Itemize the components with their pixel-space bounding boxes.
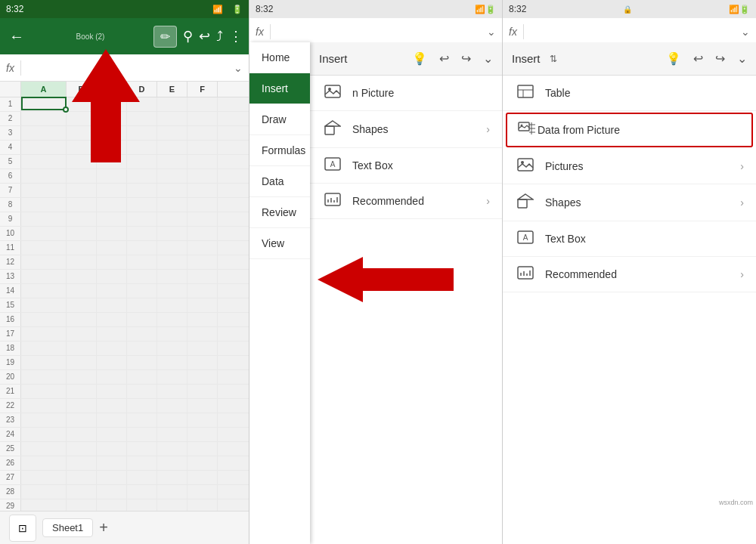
dropdown-icon-2[interactable]: ⌄ — [483, 51, 493, 66]
cell[interactable] — [127, 428, 157, 441]
cell[interactable] — [97, 255, 127, 269]
cell[interactable] — [67, 342, 97, 355]
cell[interactable] — [127, 97, 157, 111]
cell[interactable] — [97, 399, 127, 413]
cell[interactable] — [127, 399, 157, 413]
cell[interactable] — [157, 97, 187, 111]
cell[interactable] — [21, 298, 67, 312]
cell[interactable] — [97, 456, 127, 470]
lightbulb-icon-3[interactable]: 💡 — [666, 51, 681, 66]
cell[interactable] — [21, 126, 67, 140]
cell[interactable] — [97, 169, 127, 183]
cell[interactable] — [157, 255, 187, 269]
cell[interactable] — [97, 126, 127, 140]
insert-item-textbox[interactable]: A Text Box — [310, 148, 502, 184]
cell[interactable] — [67, 428, 97, 441]
cell[interactable] — [187, 241, 218, 255]
more-button[interactable]: ⋮ — [229, 28, 243, 45]
cell[interactable] — [21, 255, 67, 269]
cell[interactable] — [157, 184, 187, 197]
cell[interactable] — [21, 241, 67, 255]
cell[interactable] — [97, 413, 127, 427]
menu-data[interactable]: Data — [249, 166, 310, 197]
cell[interactable] — [21, 442, 67, 456]
cell[interactable] — [67, 270, 97, 283]
cell[interactable] — [187, 270, 218, 283]
cell[interactable] — [67, 456, 97, 470]
cell[interactable] — [67, 126, 97, 140]
cell[interactable] — [67, 112, 97, 125]
cell[interactable] — [187, 413, 218, 427]
cell[interactable] — [21, 485, 67, 499]
redo-icon-2[interactable]: ↪ — [461, 51, 471, 66]
insert-item-shapes-3[interactable]: Shapes › — [503, 184, 756, 221]
cell[interactable] — [21, 270, 67, 283]
menu-home[interactable]: Home — [249, 42, 310, 73]
cell[interactable] — [97, 112, 127, 125]
cell[interactable] — [127, 456, 157, 470]
cell[interactable] — [157, 270, 187, 283]
cell[interactable] — [187, 284, 218, 298]
col-E[interactable]: E — [157, 82, 187, 97]
lightbulb-icon-2[interactable]: 💡 — [412, 51, 427, 66]
pages-icon[interactable]: ⊡ — [9, 515, 36, 542]
cell[interactable] — [187, 169, 218, 183]
cell[interactable] — [157, 169, 187, 183]
cell[interactable] — [127, 370, 157, 384]
cell[interactable] — [157, 313, 187, 326]
cell[interactable] — [97, 471, 127, 484]
cell[interactable] — [187, 471, 218, 484]
cell[interactable] — [67, 155, 97, 168]
cell[interactable] — [127, 198, 157, 212]
cell[interactable] — [127, 284, 157, 298]
cell[interactable] — [21, 356, 67, 369]
cell[interactable] — [21, 169, 67, 183]
cell[interactable] — [187, 212, 218, 226]
menu-insert[interactable]: Insert — [249, 73, 310, 104]
share-button[interactable]: ⤴ — [216, 29, 223, 45]
insert-item-table[interactable]: Table — [503, 76, 756, 111]
insert-item-recommended[interactable]: Recommended › — [310, 184, 502, 219]
cell[interactable] — [187, 456, 218, 470]
cell[interactable] — [21, 370, 67, 384]
cell[interactable] — [21, 471, 67, 484]
menu-review[interactable]: Review — [249, 197, 310, 228]
cell[interactable] — [127, 227, 157, 240]
cell[interactable] — [157, 126, 187, 140]
cell[interactable] — [97, 141, 127, 154]
cell[interactable] — [67, 298, 97, 312]
cell[interactable] — [187, 255, 218, 269]
menu-draw[interactable]: Draw — [249, 104, 310, 135]
cell[interactable] — [157, 428, 187, 441]
cell[interactable] — [127, 141, 157, 154]
cell[interactable] — [157, 385, 187, 398]
cell[interactable] — [127, 212, 157, 226]
cell[interactable] — [127, 342, 157, 355]
undo-icon-2[interactable]: ↩ — [439, 51, 449, 66]
cell[interactable] — [67, 356, 97, 369]
cell[interactable] — [67, 284, 97, 298]
cell[interactable] — [67, 255, 97, 269]
cell[interactable] — [127, 313, 157, 326]
cell[interactable] — [67, 485, 97, 499]
cell[interactable] — [127, 356, 157, 369]
cell[interactable] — [97, 155, 127, 168]
cell[interactable] — [157, 227, 187, 240]
cell[interactable] — [21, 428, 67, 441]
cell[interactable] — [187, 385, 218, 398]
insert-item-pictures[interactable]: Pictures › — [503, 149, 756, 184]
cell[interactable] — [97, 227, 127, 240]
insert-item-picture[interactable]: n Picture — [310, 76, 502, 111]
cell[interactable] — [187, 198, 218, 212]
cell[interactable] — [187, 97, 218, 111]
cell[interactable] — [187, 442, 218, 456]
cell[interactable] — [187, 485, 218, 499]
edit-button[interactable]: ✏ — [153, 26, 177, 48]
cell[interactable] — [97, 313, 127, 326]
cell[interactable] — [127, 255, 157, 269]
cell[interactable] — [21, 342, 67, 355]
cell[interactable] — [67, 471, 97, 484]
insert-item-shapes[interactable]: Shapes › — [310, 111, 502, 148]
cell[interactable] — [21, 284, 67, 298]
cell[interactable] — [157, 399, 187, 413]
